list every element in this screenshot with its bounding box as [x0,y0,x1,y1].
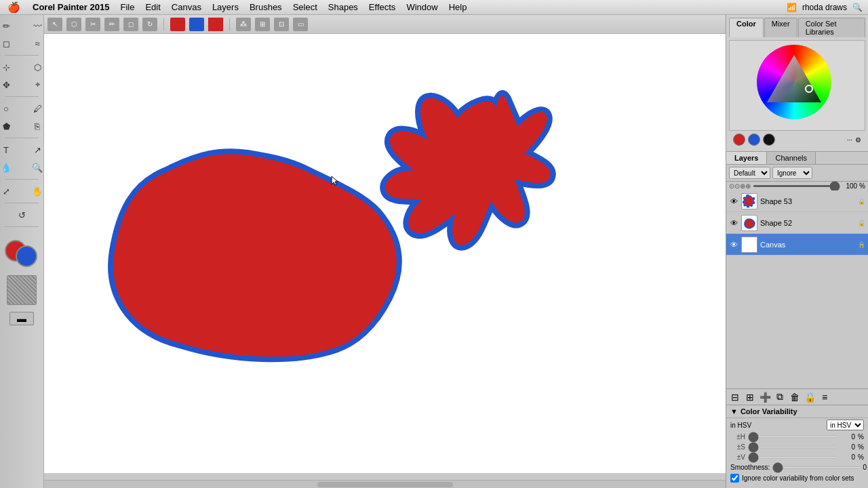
tool-separator-1 [5,55,39,56]
layer-item-shape53[interactable]: 👁 Shape 53 🔒 [726,190,868,212]
cv-smoothness-value: 0 [863,464,867,471]
layer-thumb-img-canvas [743,238,756,251]
menu-file[interactable]: File [115,2,140,12]
lock-btn[interactable]: 🔒 [804,392,816,403]
color-swatches-bottom: ··· ⚙ [729,131,865,148]
app-name[interactable]: Corel Painter 2015 [27,2,115,12]
cv-ignore-checkbox[interactable] [730,474,739,483]
fg-color-dot[interactable] [733,134,745,146]
eraser-tool-btn[interactable]: ◻ [0,35,21,52]
layers-panel-tabs: Layers Channels [726,152,868,165]
mirror-tool-btn[interactable]: ⤢ [0,183,21,199]
layer-thumb-canvas [741,237,757,253]
convert-btn[interactable]: ⊞ [744,392,756,403]
delete-btn[interactable]: 🗑 [789,392,801,403]
transform-tool-btn[interactable]: ⊹ [0,59,21,75]
menu-edit[interactable]: Edit [140,2,165,12]
fg-swatch[interactable] [16,245,37,267]
cut-tool-btn[interactable]: ✂ [85,18,100,31]
bg-color-dot[interactable] [748,134,760,146]
eraser-tool-btn[interactable]: ◻ [123,18,138,31]
composite-select[interactable]: Ignore Normal [772,167,812,179]
fg-color-btn[interactable] [170,18,185,31]
tab-colorset[interactable]: Color Set Libraries [798,18,865,37]
paper-tool-btn[interactable]: ▭ [293,18,308,31]
rotate-tool-btn[interactable]: ↻ [142,18,157,31]
layer-item-canvas[interactable]: 👁 Canvas 🔒 [726,234,868,256]
new-layer-btn[interactable]: ➕ [759,392,771,403]
move-tool-btn[interactable]: ✥ [0,77,21,93]
cv-ignore-row: Ignore color variability from color sets [726,472,868,484]
bg-color-btn[interactable] [189,18,204,31]
pen-icon: 🖊 [33,104,42,114]
cv-s-slider[interactable] [748,446,837,448]
wrap-tool-btn[interactable]: ⊡ [274,18,289,31]
layer-thumb-img-shape53 [743,195,756,208]
apple-menu[interactable]: 🍎 [0,1,27,14]
text-tool-btn[interactable]: T [0,142,21,158]
layer-eye-shape52[interactable]: 👁 [729,219,738,227]
layer-name-canvas: Canvas [760,241,855,249]
texture-preview[interactable] [7,275,37,305]
blend-mode-select[interactable]: Default Multiply Screen Overlay [729,167,770,179]
eyedrop-tool-btn[interactable]: 💧 [0,159,21,176]
select-tool-btn[interactable]: ⬡ [66,18,81,31]
color-wheel[interactable] [757,45,831,119]
brush-tool-btn[interactable]: ✏ [0,18,21,34]
scroll-thumb[interactable] [317,482,453,487]
smear-tool-btn[interactable]: 〰 [22,18,52,34]
menu-brushes[interactable]: Brushes [244,2,288,12]
cv-h-slider[interactable] [748,436,837,438]
cv-collapse-btn[interactable]: ▼ [730,407,738,415]
tab-layers[interactable]: Layers [726,152,767,164]
more-btn[interactable]: ≡ [818,392,831,403]
grid-tool-btn[interactable]: ⊞ [255,18,270,31]
alt-color-dot[interactable] [763,134,775,146]
panel-toggle-btn[interactable]: ▬ [9,312,34,325]
menu-select[interactable]: Select [288,2,323,12]
search-icon[interactable]: 🔍 [852,3,863,12]
cv-smoothness-slider[interactable] [772,466,860,468]
shape-icon: ⬟ [3,121,10,131]
cv-smoothness-label: Smoothness: [730,464,770,471]
tool-separator-4 [5,179,39,180]
menu-canvas[interactable]: Canvas [166,2,207,12]
settings-icon[interactable]: ⚙ [855,136,861,144]
layers-controls: Default Multiply Screen Overlay Ignore N… [726,165,868,182]
brush-tool-btn[interactable]: ✏ [104,18,119,31]
menu-effects[interactable]: Effects [363,2,401,12]
menu-bar: 🍎 Corel Painter 2015 File Edit Canvas La… [0,0,868,15]
svg-rect-2 [743,238,756,251]
rotate-canvas-btn[interactable]: ↺ [7,207,37,223]
sym-tool-btn[interactable]: ⁂ [236,18,251,31]
menu-shapes[interactable]: Shapes [323,2,363,12]
opacity-value: 100 [842,182,857,190]
cv-panel-header: ▼ Color Variability [726,405,868,418]
layer-item-shape52[interactable]: 👁 Shape 52 🔒 [726,212,868,234]
texture-area [7,275,37,305]
layers-panel: Layers Channels Default Multiply Screen … [726,152,868,405]
horizontal-scrollbar[interactable] [44,480,726,488]
color-triangle [760,48,828,116]
color-wheel-container [729,40,865,131]
alt-color-btn1[interactable] [208,18,223,31]
menu-help[interactable]: Help [443,2,473,12]
cv-s-label: ±S [730,443,745,451]
opacity-slider[interactable] [753,185,840,187]
tab-color[interactable]: Color [729,18,764,37]
cv-v-slider[interactable] [748,456,837,458]
tab-channels[interactable]: Channels [767,152,815,164]
menu-window[interactable]: Window [401,2,443,12]
shape-tool-btn[interactable]: ⬟ [0,118,21,134]
menu-layers[interactable]: Layers [207,2,244,12]
cv-mode-select[interactable]: in HSV in RGB [827,420,864,430]
tab-mixer[interactable]: Mixer [764,18,797,37]
cv-smoothness-row: Smoothness: 0 % [726,462,868,472]
layer-eye-canvas[interactable]: 👁 [729,241,738,249]
canvas-area[interactable] [44,34,726,473]
ellipse-tool-btn[interactable]: ○ [0,100,21,117]
layer-eye-shape53[interactable]: 👁 [729,197,738,205]
blur-icon: ≈ [35,39,39,49]
new-group-btn[interactable]: ⊟ [729,392,741,403]
duplicate-btn[interactable]: ⧉ [774,391,786,403]
